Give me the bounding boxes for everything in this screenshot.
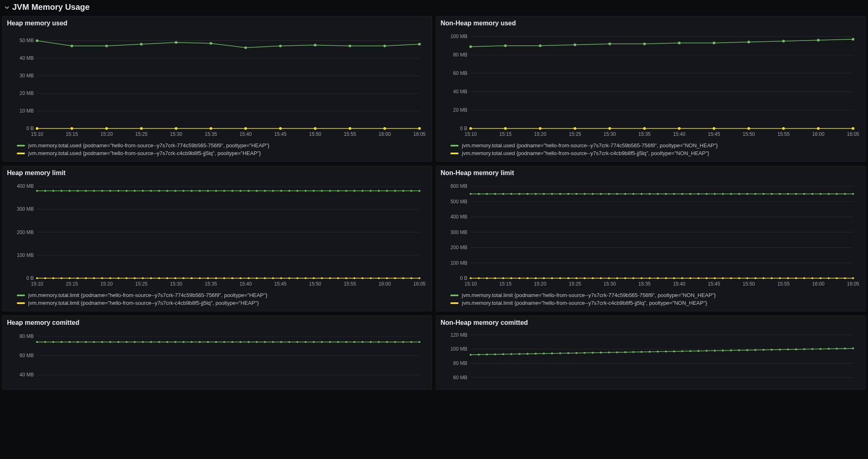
svg-point-37 — [504, 45, 506, 47]
chart-area[interactable]: 40 MB60 MB80 MB — [7, 328, 427, 385]
svg-point-313 — [410, 341, 412, 343]
svg-point-239 — [657, 277, 659, 279]
legend: jvm.memory.total.used {podname="hello-fr… — [441, 139, 861, 157]
svg-point-290 — [223, 341, 225, 343]
row-title: JVM Memory Usage — [12, 2, 90, 12]
legend-label: jvm.memory.total.used {podname="hello-fr… — [28, 150, 261, 156]
panel-nonheap-committed[interactable]: Non-Heap memory comitted60 MB80 MB100 MB… — [436, 315, 866, 390]
svg-point-77 — [134, 190, 136, 192]
x-tick-label: 15:15 — [499, 281, 511, 287]
row-header[interactable]: JVM Memory Usage — [0, 0, 868, 16]
svg-point-145 — [296, 277, 298, 279]
legend-item[interactable]: jvm.memory.total.used {podname="hello-fr… — [17, 149, 427, 157]
svg-point-58 — [817, 127, 819, 130]
svg-point-365 — [844, 348, 846, 350]
svg-point-39 — [574, 43, 576, 46]
panel-nonheap-limit[interactable]: Non-Heap memory limit0 B100 MB200 MB300 … — [436, 166, 866, 311]
svg-point-47 — [852, 38, 854, 40]
svg-point-294 — [256, 341, 258, 343]
svg-point-82 — [174, 190, 176, 192]
legend-item[interactable]: jvm.memory.total.limit {podname="hello-f… — [17, 291, 427, 299]
svg-point-214 — [844, 193, 846, 195]
chart-area[interactable]: 0 B20 MB40 MB60 MB80 MB100 MB15:1015:151… — [441, 29, 861, 139]
svg-point-48 — [469, 127, 472, 130]
svg-point-74 — [109, 190, 111, 192]
x-tick-label: 16:00 — [812, 281, 825, 287]
svg-point-90 — [240, 190, 242, 192]
svg-point-340 — [641, 351, 643, 353]
chart-area[interactable]: 60 MB80 MB100 MB120 MB — [441, 328, 861, 385]
svg-point-251 — [755, 277, 757, 279]
svg-point-307 — [362, 341, 364, 343]
legend-swatch — [17, 295, 25, 296]
svg-point-311 — [394, 341, 396, 343]
svg-point-121 — [101, 277, 103, 279]
svg-point-224 — [535, 277, 537, 279]
x-tick-label: 15:30 — [170, 131, 182, 137]
svg-point-137 — [231, 277, 233, 279]
legend-item[interactable]: jvm.memory.total.limit {podname="hello-f… — [17, 299, 427, 307]
y-tick-label: 600 MB — [450, 183, 467, 189]
svg-point-302 — [321, 341, 323, 343]
svg-point-183 — [592, 193, 594, 195]
svg-point-299 — [296, 341, 298, 343]
svg-point-16 — [383, 45, 386, 47]
panel-nonheap-used[interactable]: Non-Heap memory used0 B20 MB40 MB60 MB80… — [436, 16, 866, 162]
svg-point-282 — [158, 341, 160, 343]
svg-point-78 — [142, 190, 144, 192]
svg-point-234 — [616, 277, 618, 279]
panel-heap-committed[interactable]: Heap memory comitted40 MB60 MB80 MB — [2, 315, 432, 390]
svg-point-267 — [36, 341, 38, 343]
svg-point-6 — [36, 39, 38, 42]
svg-point-107 — [378, 190, 380, 192]
legend-item[interactable]: jvm.memory.total.used {podname="hello-fr… — [17, 142, 427, 149]
svg-point-244 — [698, 277, 700, 279]
svg-point-252 — [763, 277, 765, 279]
x-tick-label: 15:40 — [673, 281, 685, 287]
chart-area[interactable]: 0 B100 MB200 MB300 MB400 MB15:1015:1515:… — [7, 178, 427, 289]
svg-point-235 — [624, 277, 626, 279]
chart-area[interactable]: 0 B100 MB200 MB300 MB400 MB500 MB600 MB1… — [441, 178, 861, 289]
svg-point-348 — [705, 350, 708, 352]
x-tick-label: 15:25 — [569, 281, 581, 287]
x-tick-label: 15:40 — [240, 131, 252, 137]
legend-item[interactable]: jvm.memory.total.used {podname="hello-fr… — [450, 142, 860, 149]
svg-point-211 — [820, 193, 822, 195]
svg-point-351 — [730, 349, 732, 351]
legend-swatch — [17, 302, 25, 304]
svg-point-10 — [175, 41, 177, 44]
svg-point-341 — [649, 351, 651, 353]
x-tick-label: 15:15 — [66, 131, 78, 137]
y-tick-label: 30 MB — [20, 73, 34, 79]
svg-point-89 — [231, 190, 233, 192]
svg-point-69 — [69, 190, 71, 192]
y-tick-label: 0 B — [460, 275, 467, 281]
svg-point-130 — [174, 277, 176, 279]
legend-item[interactable]: jvm.memory.total.limit {podname="hello-f… — [450, 291, 860, 299]
svg-point-146 — [305, 277, 307, 279]
chart-area[interactable]: 0 B10 MB20 MB30 MB40 MB50 MB15:1015:1515… — [7, 29, 427, 139]
svg-point-305 — [345, 341, 347, 343]
svg-point-17 — [418, 43, 420, 45]
panel-heap-used[interactable]: Heap memory used0 B10 MB20 MB30 MB40 MB5… — [2, 16, 432, 162]
panel-heap-limit[interactable]: Heap memory limit0 B100 MB200 MB300 MB40… — [2, 166, 432, 311]
y-tick-label: 100 MB — [450, 346, 467, 352]
svg-point-245 — [705, 277, 708, 279]
panel-title: Non-Heap memory comitted — [441, 319, 861, 326]
svg-point-350 — [722, 350, 724, 352]
svg-point-36 — [469, 45, 472, 48]
svg-point-332 — [576, 352, 578, 354]
svg-point-279 — [134, 341, 136, 343]
legend-item[interactable]: jvm.memory.total.limit {podname="hello-f… — [450, 299, 860, 307]
x-tick-label: 15:55 — [778, 131, 790, 137]
svg-point-249 — [738, 277, 740, 279]
x-tick-label: 15:30 — [604, 131, 616, 137]
svg-point-366 — [852, 347, 854, 349]
svg-point-213 — [836, 193, 838, 195]
svg-point-321 — [486, 353, 488, 356]
x-tick-label: 15:30 — [604, 281, 616, 287]
legend-item[interactable]: jvm.memory.total.used {podname="hello-fr… — [450, 149, 860, 157]
svg-point-159 — [410, 277, 412, 279]
y-tick-label: 0 B — [26, 126, 34, 131]
svg-point-229 — [576, 277, 578, 279]
